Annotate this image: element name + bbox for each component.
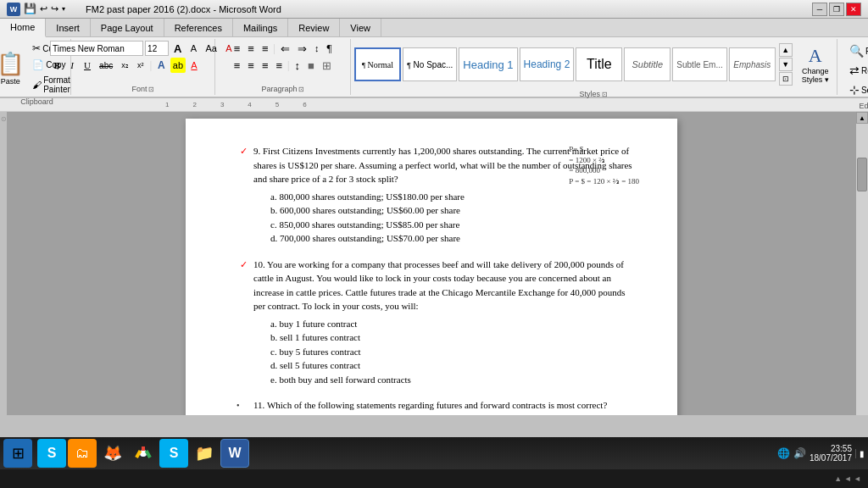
question-10: ✓ 10. You are working for a company that… xyxy=(236,258,635,387)
quick-dropdown[interactable]: ▾ xyxy=(62,5,65,13)
start-button[interactable]: ⊞ xyxy=(3,439,32,468)
center-button[interactable]: ≡ xyxy=(244,58,258,73)
shrink-font-button[interactable]: A xyxy=(186,41,200,56)
tab-references[interactable]: References xyxy=(164,19,233,36)
question-11: • 11. Which of the following statements … xyxy=(236,398,635,415)
style-heading2[interactable]: Heading 2 xyxy=(520,47,575,81)
window-controls: ─ ❐ ✕ xyxy=(812,3,861,16)
q9-opt-c: c. 850,000 shares outstanding; US$85.00 … xyxy=(270,218,635,232)
q10-options: a. buy 1 future contract b. sell 1 futur… xyxy=(270,317,635,387)
find-button[interactable]: 🔍 Find ▾ xyxy=(845,42,868,59)
subscript-button[interactable]: x₂ xyxy=(118,58,132,73)
strikethrough-button[interactable]: abc xyxy=(96,58,116,73)
text-effects-button[interactable]: A xyxy=(154,58,169,73)
quick-undo[interactable]: ↩ xyxy=(40,3,47,14)
style-subtitle[interactable]: Subtitle xyxy=(624,47,670,81)
change-styles-button[interactable]: A Change Styles ▾ xyxy=(798,41,833,88)
decrease-indent-button[interactable]: ⇐ xyxy=(277,41,293,56)
ruler: 1 2 3 4 5 6 xyxy=(0,98,868,112)
system-tray: 🌐 🔊 23:55 18/07/2017 ▮ xyxy=(777,444,865,463)
tab-review[interactable]: Review xyxy=(288,19,340,36)
numbering-button[interactable]: ≡ xyxy=(244,41,258,56)
scroll-thumb[interactable] xyxy=(857,158,867,191)
scroll-up-arrow[interactable]: ▲ xyxy=(856,112,868,124)
font-color-button[interactable]: A xyxy=(187,58,201,73)
styles-scroll-down[interactable]: ▼ xyxy=(779,58,793,71)
replace-button[interactable]: ⇄ Replace xyxy=(845,62,868,79)
q11-text: Which of the following statements regard… xyxy=(267,400,607,410)
justify-button[interactable]: ≡ xyxy=(272,58,286,73)
underline-button[interactable]: U xyxy=(81,58,94,73)
grow-font-button[interactable]: A xyxy=(170,41,185,56)
style-heading1[interactable]: Heading 1 xyxy=(459,47,517,81)
right-scrollbar[interactable]: ▲ xyxy=(856,112,868,415)
borders-button[interactable]: ⊞ xyxy=(319,58,335,73)
taskbar-chrome[interactable] xyxy=(129,439,158,468)
style-tnospace[interactable]: ¶ No Spac... xyxy=(403,47,457,81)
taskbar-folder[interactable]: 📁 xyxy=(190,439,219,468)
align-left-button[interactable]: ≡ xyxy=(231,58,244,73)
q9-opt-d: d. 700,000 shares outstanding; US$70.00 … xyxy=(270,231,635,246)
italic-button[interactable]: I xyxy=(65,58,79,73)
highlight-button[interactable]: ab xyxy=(170,58,186,73)
multilevel-button[interactable]: ≡ xyxy=(259,41,272,56)
app-icon: W xyxy=(7,3,20,16)
q9-number: 9. xyxy=(253,146,260,156)
bullets-button[interactable]: ≡ xyxy=(231,41,244,56)
line-spacing-button[interactable]: ↕ xyxy=(291,58,303,73)
paste-button[interactable]: 📋 Paste xyxy=(0,48,25,88)
bold-button[interactable]: B xyxy=(50,58,64,73)
font-name-input[interactable] xyxy=(50,41,143,56)
taskbar-skype2[interactable]: S xyxy=(159,439,188,468)
minimize-button[interactable]: ─ xyxy=(812,3,827,16)
taskbar-firefox[interactable]: 🦊 xyxy=(98,439,127,468)
tab-insert[interactable]: Insert xyxy=(46,19,91,36)
title-bar: W 💾 ↩ ↪ ▾ FM2 past paper 2016 (2).docx -… xyxy=(0,0,868,19)
q9-opt-a: a. 800,000 shares outstanding; US$180.00… xyxy=(270,190,635,204)
bullet-11: • xyxy=(236,401,240,410)
tab-view[interactable]: View xyxy=(340,19,381,36)
styles-scroll-up[interactable]: ▲ xyxy=(779,43,793,57)
q10-opt-e: e. both buy and sell forward contracts xyxy=(270,373,635,387)
style-subtle[interactable]: Subtle Em... xyxy=(672,47,726,81)
taskbar-word-active[interactable]: W xyxy=(220,439,249,468)
tab-home[interactable]: Home xyxy=(0,19,46,37)
q9-opt-b: b. 600,000 shares outstanding; US$60.00 … xyxy=(270,203,635,218)
font-size-input[interactable] xyxy=(145,41,169,56)
document-container[interactable]: ✓ 9. First Citizens Investments currentl… xyxy=(7,112,856,415)
left-margin: ⊙ xyxy=(0,112,7,415)
sort-button[interactable]: ↕ xyxy=(311,41,323,56)
quick-redo[interactable]: ↪ xyxy=(51,3,58,14)
quick-save[interactable]: 💾 xyxy=(24,3,36,15)
q10-text: You are working for a company that proce… xyxy=(253,259,626,312)
ribbon-tabs: Home Insert Page Layout References Maili… xyxy=(0,19,868,37)
superscript-button[interactable]: x² xyxy=(134,58,147,73)
svg-point-1 xyxy=(140,450,147,457)
clock: 23:55 18/07/2017 xyxy=(810,444,852,463)
document-page: ✓ 9. First Citizens Investments currentl… xyxy=(186,119,677,415)
style-title[interactable]: Title xyxy=(576,47,622,81)
styles-more[interactable]: ⊡ xyxy=(779,72,793,86)
show-desktop[interactable]: ▮ xyxy=(855,449,865,458)
taskbar-word1[interactable]: 🗂 xyxy=(68,439,97,468)
style-emphasis[interactable]: Emphasis xyxy=(729,47,776,81)
close-button[interactable]: ✕ xyxy=(846,3,861,16)
show-marks-button[interactable]: ¶ xyxy=(323,41,335,56)
shading-button[interactable]: ■ xyxy=(304,58,318,73)
network-icon[interactable]: 🌐 xyxy=(777,447,790,460)
style-tnormal[interactable]: ¶ Normal xyxy=(354,47,401,81)
q10-opt-b: b. sell 1 futures contract xyxy=(270,330,635,345)
align-right-button[interactable]: ≡ xyxy=(259,58,272,73)
styles-group: ¶ Normal ¶ No Spac... Heading 1 Heading … xyxy=(351,39,837,95)
tab-page-layout[interactable]: Page Layout xyxy=(91,19,164,36)
editing-group: 🔍 Find ▾ ⇄ Replace ⊹ Select ▾ Editing xyxy=(837,39,868,95)
increase-indent-button[interactable]: ⇒ xyxy=(294,41,310,56)
restore-button[interactable]: ❐ xyxy=(829,3,844,16)
title-text: FM2 past paper 2016 (2).docx - Microsoft… xyxy=(86,4,281,14)
taskbar-skype1[interactable]: S xyxy=(37,439,66,468)
volume-icon[interactable]: 🔊 xyxy=(793,447,806,460)
tab-mailings[interactable]: Mailings xyxy=(233,19,288,36)
q10-opt-c: c. buy 5 futures contract xyxy=(270,345,635,359)
select-button[interactable]: ⊹ Select ▾ xyxy=(845,81,868,98)
q10-number: 10. xyxy=(253,259,265,269)
